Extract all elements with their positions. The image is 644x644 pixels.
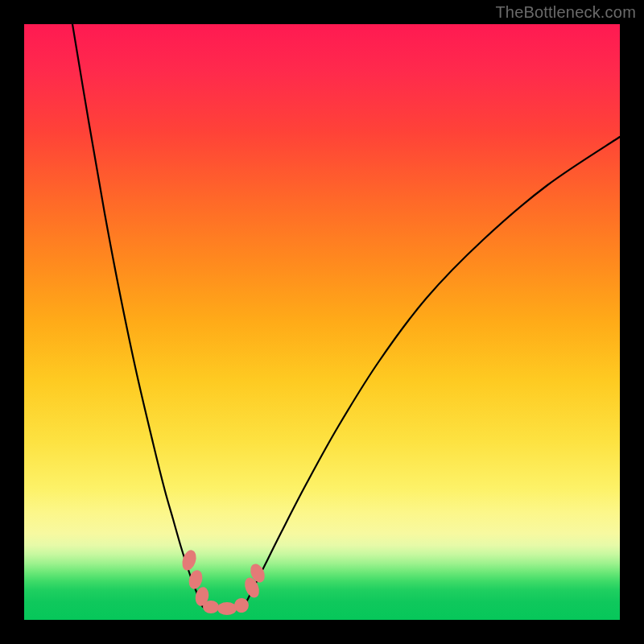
watermark-text: TheBottleneck.com — [495, 3, 636, 22]
bottleneck-curve — [72, 24, 620, 609]
outer-frame: TheBottleneck.com — [0, 0, 644, 644]
plot-area — [24, 24, 620, 620]
valley-marker — [217, 602, 237, 615]
curve-svg — [24, 24, 620, 620]
valley-markers — [180, 548, 267, 615]
valley-marker — [203, 601, 219, 613]
